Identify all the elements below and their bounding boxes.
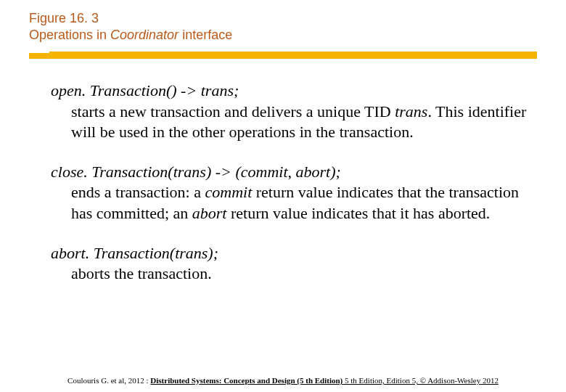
operation-open-description: starts a new transaction and delivers a … <box>51 102 537 143</box>
text: ends a transaction: a <box>71 183 205 201</box>
figure-title: Operations in Coordinator interface <box>29 27 566 44</box>
operation-abort-signature: abort. Transaction(trans); <box>51 243 537 264</box>
operation-abort: abort. Transaction(trans); aborts the tr… <box>51 243 537 285</box>
operation-close: close. Transaction(trans) -> (commit, ab… <box>51 162 537 224</box>
footer-lead: Coulouris G. et al, 2012 : <box>67 376 150 385</box>
text: aborts the transaction. <box>71 264 212 282</box>
divider-wrap <box>0 52 566 59</box>
figure-title-italic: Coordinator <box>110 28 179 42</box>
figure-title-prefix: Operations in <box>29 28 110 42</box>
figure-title-suffix: interface <box>179 28 232 42</box>
slide-body: open. Transaction() -> trans; starts a n… <box>0 59 566 285</box>
slide-footer: Coulouris G. et al, 2012 : Distributed S… <box>0 376 566 385</box>
operation-close-description: ends a transaction: a commit return valu… <box>51 182 537 224</box>
operation-abort-description: aborts the transaction. <box>51 264 537 285</box>
divider-bar <box>29 52 537 59</box>
slide-header: Figure 16. 3 Operations in Coordinator i… <box>0 0 566 47</box>
text: starts a new transaction and delivers a … <box>71 102 395 121</box>
text: return value indicates that it has abort… <box>226 204 490 222</box>
operation-open-signature: open. Transaction() -> trans; <box>51 81 537 102</box>
footer-tail: 5 th Edition, Edition 5, © Addison-Wesle… <box>343 376 499 385</box>
slide: Figure 16. 3 Operations in Coordinator i… <box>0 0 566 392</box>
text-italic: trans <box>395 102 427 121</box>
footer-citation: Distributed Systems: Concepts and Design… <box>150 376 343 385</box>
figure-number: Figure 16. 3 <box>29 10 566 27</box>
text-italic: commit <box>205 183 253 201</box>
text-italic: abort <box>192 204 227 222</box>
operation-open: open. Transaction() -> trans; starts a n… <box>51 81 537 143</box>
operation-close-signature: close. Transaction(trans) -> (commit, ab… <box>51 162 537 183</box>
